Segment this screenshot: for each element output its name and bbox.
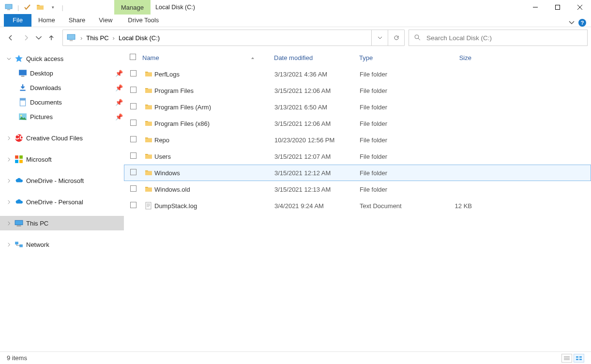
row-checkbox[interactable] [130, 70, 143, 78]
row-checkbox[interactable] [130, 202, 143, 210]
row-checkbox[interactable] [130, 185, 143, 193]
row-checkbox[interactable] [130, 103, 143, 111]
svg-rect-35 [576, 359, 578, 360]
window-title: Local Disk (C:) [151, 4, 195, 11]
up-button[interactable] [44, 30, 59, 45]
file-type: File folder [360, 87, 428, 94]
column-header-name[interactable]: Name [142, 54, 274, 61]
sidebar-item[interactable]: Downloads 📌 [0, 80, 124, 95]
details-view-button[interactable] [561, 354, 572, 363]
sidebar-item-quick-access[interactable]: Quick access [0, 51, 124, 66]
column-header-size[interactable]: Size [428, 54, 471, 61]
search-input[interactable] [425, 34, 582, 42]
pin-icon: 📌 [114, 113, 124, 121]
file-type: File folder [360, 186, 428, 193]
help-button[interactable]: ? [578, 19, 586, 27]
titlebar: | ▾ | Manage Local Disk (C:) [0, 0, 591, 15]
column-header-date[interactable]: Date modified [274, 54, 359, 61]
file-name: Repo [154, 136, 274, 144]
file-list-pane: Name Date modified Type Size PerfLogs 3/… [124, 48, 591, 351]
breadcrumb[interactable]: Local Disk (C:) [117, 34, 162, 42]
tab-share[interactable]: Share [62, 14, 92, 27]
sidebar-item[interactable]: Microsoft [0, 152, 124, 167]
folder-icon [143, 120, 154, 127]
minimize-button[interactable] [524, 0, 546, 15]
file-date: 3/4/2021 9:24 AM [274, 202, 360, 210]
sidebar-item-label: Downloads [30, 84, 111, 91]
address-bar[interactable]: › This PC › Local Disk (C:) [62, 30, 405, 46]
quick-access-toolbar: | ▾ | [0, 3, 114, 11]
svg-rect-34 [579, 356, 582, 358]
cc-icon [15, 134, 23, 142]
column-header-type[interactable]: Type [359, 54, 428, 61]
sidebar-item[interactable]: Pictures 📌 [0, 109, 124, 124]
file-type: File folder [360, 136, 428, 144]
chevron-right-icon[interactable] [6, 157, 12, 162]
context-tab-manage[interactable]: Manage [114, 0, 151, 15]
file-row[interactable]: Program Files (Arm) 3/13/2021 6:50 AM Fi… [124, 99, 591, 115]
large-icons-view-button[interactable] [574, 354, 584, 363]
row-checkbox[interactable] [130, 169, 143, 177]
chevron-right-icon[interactable] [6, 179, 12, 183]
sidebar-item[interactable]: Creative Cloud Files [0, 131, 124, 145]
sidebar-item-label: Network [26, 241, 124, 248]
sidebar-item[interactable]: Documents 📌 [0, 95, 124, 109]
row-checkbox[interactable] [130, 87, 143, 94]
file-row[interactable]: Windows 3/15/2021 12:12 AM File folder [124, 165, 591, 181]
sidebar-item[interactable]: Desktop 📌 [0, 66, 124, 80]
file-row[interactable]: Program Files (x86) 3/15/2021 12:06 AM F… [124, 115, 591, 132]
chevron-right-icon[interactable]: › [78, 34, 84, 42]
sidebar-item[interactable]: This PC [0, 216, 124, 230]
row-checkbox[interactable] [130, 152, 143, 160]
new-folder-icon[interactable] [36, 3, 44, 11]
recent-locations-button[interactable] [34, 30, 43, 45]
address-dropdown-button[interactable] [371, 30, 388, 46]
file-date: 3/15/2021 12:07 AM [274, 153, 360, 160]
chevron-down-icon[interactable] [6, 57, 12, 61]
tab-home[interactable]: Home [31, 14, 62, 27]
chevron-right-icon[interactable] [6, 243, 12, 247]
file-row[interactable]: Windows.old 3/15/2021 12:13 AM File fold… [124, 181, 591, 197]
sidebar-item[interactable]: OneDrive - Personal [0, 195, 124, 209]
sidebar-item-label: Quick access [26, 55, 124, 62]
tab-file[interactable]: File [4, 14, 31, 27]
file-name: Windows [154, 169, 274, 177]
svg-rect-36 [579, 359, 582, 360]
breadcrumb[interactable]: This PC [84, 34, 110, 42]
drive-icon [67, 33, 76, 42]
file-row[interactable]: Repo 10/23/2020 12:56 PM File folder [124, 132, 591, 148]
search-box[interactable] [409, 30, 588, 46]
maximize-button[interactable] [546, 0, 569, 15]
sidebar-item[interactable]: Network [0, 237, 124, 252]
qat-customize-icon[interactable]: ▾ [49, 3, 57, 11]
expand-ribbon-icon[interactable] [569, 19, 575, 27]
refresh-button[interactable] [388, 30, 404, 46]
file-size: 12 KB [428, 202, 472, 210]
sort-ascending-icon [251, 54, 255, 61]
properties-icon[interactable] [24, 3, 31, 11]
row-checkbox[interactable] [130, 136, 143, 144]
file-row[interactable]: Program Files 3/15/2021 12:06 AM File fo… [124, 82, 591, 99]
chevron-right-icon[interactable] [6, 221, 12, 226]
back-button[interactable] [3, 30, 18, 45]
qat-divider: | [17, 4, 19, 11]
select-all-checkbox[interactable] [130, 54, 142, 61]
file-type: File folder [360, 153, 428, 160]
chevron-right-icon[interactable] [6, 200, 12, 204]
file-row[interactable]: PerfLogs 3/13/2021 4:36 AM File folder [124, 66, 591, 82]
close-button[interactable] [569, 0, 591, 15]
tab-view[interactable]: View [92, 14, 119, 27]
pin-icon: 📌 [114, 84, 124, 91]
tab-drive-tools[interactable]: Drive Tools [121, 14, 166, 27]
file-row[interactable]: DumpStack.log 3/4/2021 9:24 AM Text Docu… [124, 197, 591, 214]
file-row[interactable]: Users 3/15/2021 12:07 AM File folder [124, 148, 591, 165]
onedrive-icon [15, 176, 23, 185]
row-checkbox[interactable] [130, 120, 143, 127]
ribbon-tabs: File Home Share View Drive Tools ? [0, 15, 591, 27]
sidebar-item[interactable]: OneDrive - Microsoft [0, 173, 124, 188]
chevron-right-icon[interactable] [6, 136, 12, 140]
forward-button[interactable] [19, 30, 33, 45]
column-headers: Name Date modified Type Size [124, 49, 591, 66]
chevron-right-icon[interactable]: › [111, 34, 117, 42]
document-icon [18, 98, 27, 106]
